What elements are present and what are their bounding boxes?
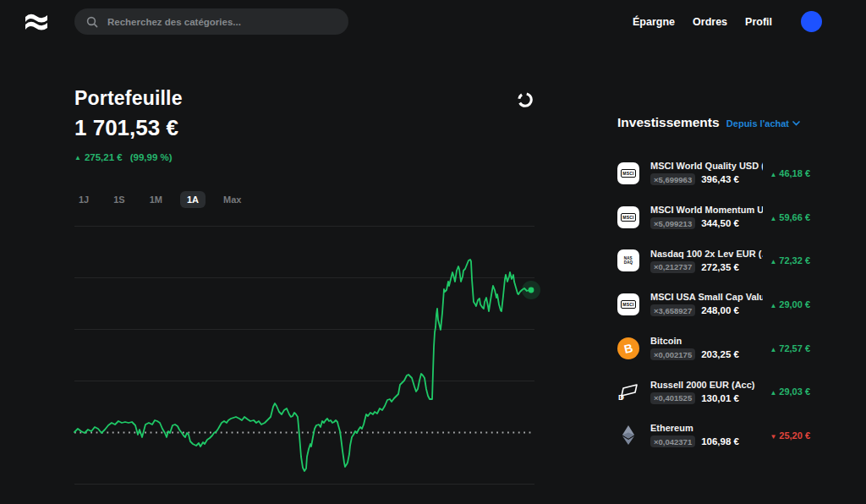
quantity-badge: ×3,658927	[650, 304, 695, 316]
up-triangle-icon: ▲	[770, 302, 776, 310]
investment-row[interactable]: MSCIMSCI World Momentum U…×5,099213344,5…	[617, 195, 810, 239]
investment-change: ▲29,03 €	[770, 386, 810, 397]
up-triangle-icon: ▲	[770, 346, 776, 353]
investment-value: 248,00 €	[701, 305, 739, 315]
investment-value: 106,98 €	[701, 436, 739, 446]
nav-link-ordres[interactable]: Ordres	[693, 16, 727, 28]
up-triangle-icon: ▲	[74, 154, 81, 162]
investment-change: ▲72,57 €	[770, 343, 810, 353]
investment-row[interactable]: NASDAQNasdaq 100 2x Lev EUR (…×0,2127372…	[617, 238, 810, 282]
down-triangle-icon: ▼	[770, 433, 776, 441]
investments-list: MSCIMSCI World Quality USD (…×5,69996339…	[617, 151, 810, 457]
top-nav: ÉpargneOrdresProfil	[633, 0, 822, 43]
up-triangle-icon: ▲	[770, 258, 776, 266]
investment-name: Nasdaq 100 2x Lev EUR (…	[650, 249, 763, 259]
refresh-button[interactable]	[516, 90, 536, 110]
ethereum-icon	[617, 425, 639, 446]
range-tab-1s[interactable]: 1S	[107, 191, 131, 208]
investment-value: 272,35 €	[701, 262, 739, 272]
portfolio-value: 1 701,53 €	[74, 115, 178, 141]
range-tab-max[interactable]: Max	[216, 191, 248, 208]
change-percent: (99,99 %)	[130, 152, 173, 162]
up-triangle-icon: ▲	[770, 389, 776, 397]
investment-name: Ethereum	[650, 423, 763, 433]
investment-change: ▲59,66 €	[770, 212, 810, 222]
msci-tile-icon: MSCI	[617, 293, 639, 315]
search-input[interactable]	[106, 16, 337, 28]
sort-filter-dropdown[interactable]: Depuis l'achat	[721, 118, 805, 129]
portfolio-change: ▲ 275,21 € (99,99 %)	[74, 152, 173, 162]
search-icon	[86, 16, 98, 28]
nav-link-profil[interactable]: Profil	[745, 16, 772, 28]
quantity-badge: ×0,042371	[650, 436, 695, 447]
portfolio-chart[interactable]	[74, 226, 534, 485]
up-triangle-icon: ▲	[770, 215, 776, 222]
range-tab-1j[interactable]: 1J	[72, 191, 96, 208]
investment-change: ▲46,18 €	[770, 168, 810, 178]
quantity-badge: ×5,099213	[650, 217, 695, 229]
investments-title: Investissements	[617, 115, 720, 130]
investment-name: Bitcoin	[650, 336, 763, 346]
page-title: Portefeuille	[74, 87, 183, 110]
investment-row[interactable]: MSCIMSCI World Quality USD (…×5,69996339…	[617, 151, 810, 195]
russell-flag-icon: D	[617, 381, 639, 403]
investment-value: 203,25 €	[701, 349, 739, 359]
change-amount: 275,21 €	[85, 152, 123, 162]
investment-change: ▼25,20 €	[770, 430, 810, 441]
investment-name: MSCI USA Small Cap Valu…	[650, 292, 763, 302]
investment-row[interactable]: D Russell 2000 EUR (Acc)×0,401525130,01 …	[617, 370, 810, 414]
investment-value: 344,50 €	[701, 218, 739, 228]
msci-tile-icon: MSCI	[617, 162, 639, 184]
investment-name: Russell 2000 EUR (Acc)	[650, 380, 763, 390]
chevron-down-icon	[792, 121, 800, 126]
nav-link-épargne[interactable]: Épargne	[633, 16, 675, 28]
investment-value: 396,43 €	[701, 174, 739, 184]
quantity-badge: ×0,212737	[650, 261, 695, 273]
svg-text:D: D	[618, 392, 624, 402]
investment-row[interactable]: Ethereum×0,042371106,98 €▼25,20 €	[617, 414, 810, 457]
investment-name: MSCI World Quality USD (…	[650, 161, 763, 171]
msci-tile-icon: MSCI	[617, 206, 639, 228]
investment-row[interactable]: BBitcoin×0,002175203,25 €▲72,57 €	[617, 326, 810, 370]
filter-label: Depuis l'achat	[726, 118, 789, 129]
bitcoin-icon: B	[617, 337, 639, 359]
quantity-badge: ×5,699963	[650, 173, 695, 185]
nasdaq-tile-icon: NASDAQ	[617, 249, 639, 271]
investment-row[interactable]: MSCIMSCI USA Small Cap Valu…×3,658927248…	[617, 282, 810, 326]
profile-avatar[interactable]	[801, 11, 822, 32]
investment-change: ▲72,32 €	[770, 255, 810, 266]
investment-name: MSCI World Momentum U…	[650, 205, 763, 215]
refresh-icon	[516, 90, 536, 109]
investment-value: 130,01 €	[701, 393, 739, 403]
range-tab-1m[interactable]: 1M	[143, 191, 169, 208]
time-range-tabs: 1J1S1M1AMax	[72, 191, 248, 208]
range-tab-1a[interactable]: 1A	[180, 191, 206, 208]
app-logo-icon[interactable]	[24, 10, 49, 33]
investment-change: ▲29,00 €	[770, 299, 810, 310]
quantity-badge: ×0,002175	[650, 348, 695, 360]
search-bar[interactable]	[74, 8, 348, 35]
quantity-badge: ×0,401525	[650, 392, 695, 404]
up-triangle-icon: ▲	[770, 171, 776, 178]
